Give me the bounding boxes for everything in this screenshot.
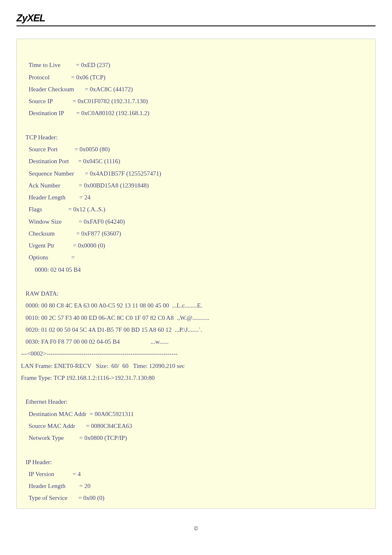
eth-src-mac: Source MAC Addr = 0080C84CEA63	[21, 423, 132, 429]
tcp-flags: Flags = 0x12 (.A..S.)	[21, 206, 105, 213]
eth-dest-mac: Destination MAC Addr = 00A0C5921311	[21, 411, 134, 417]
raw-header: RAW DATA:	[21, 290, 59, 297]
tcp-sequence: Sequence Number = 0x4AD1B57F (1255257471…	[21, 170, 161, 177]
tcp-options: Options =	[21, 254, 75, 261]
brand-logo: ZyXEL	[16, 12, 376, 24]
eth-network-type: Network Type = 0x0800 (TCP/IP)	[21, 435, 127, 441]
raw-line-1: 0010: 00 2C 57 F3 40 00 ED 06-AC 8C C0 1…	[21, 314, 209, 321]
ip2-header-length: Header Length = 20	[21, 483, 90, 489]
raw-line-3: 0030: FA F0 F8 77 00 00 02 04-05 B4 ...w…	[21, 338, 168, 345]
ip-protocol: Protocol = 0x06 (TCP)	[21, 74, 106, 81]
page: ZyXEL Time to Live = 0xED (237) Protocol…	[0, 0, 392, 540]
tcp-source-port: Source Port = 0x0050 (80)	[21, 146, 110, 153]
ip2-version: IP Version = 4	[21, 471, 81, 477]
tcp-window-size: Window Size = 0xFAF0 (64240)	[21, 218, 125, 225]
ip2-header-title: IP Header:	[21, 459, 52, 465]
copyright: ©	[16, 525, 376, 532]
separator: ---<0002>-------------------------------…	[21, 350, 178, 357]
frame-line-1: Frame Type: TCP 192.168.1.2:1116->192.31…	[21, 375, 155, 381]
tcp-dest-port: Destination Port = 0x045C (1116)	[21, 158, 120, 164]
ip-header-checksum: Header Checksum = 0xAC8C (44172)	[21, 86, 133, 92]
ip2-tos: Type of Service = 0x00 (0)	[21, 495, 104, 501]
tcp-checksum: Checksum = 0xF877 (63607)	[21, 230, 121, 237]
ip-source-ip: Source IP = 0xC01F0782 (192.31.7.130)	[21, 98, 148, 104]
raw-line-0: 0000: 00 80 C8 4C EA 63 00 A0-C5 92 13 1…	[21, 302, 203, 309]
frame-line-0: LAN Frame: ENET0-RECV Size: 60/ 60 Time:…	[21, 363, 184, 369]
tcp-header-length: Header Length = 24	[21, 194, 90, 201]
tcp-header-title: TCP Header:	[21, 134, 58, 141]
packet-dump: Time to Live = 0xED (237) Protocol = 0x0…	[16, 39, 376, 509]
tcp-ack: Ack Number = 0x00BD15A8 (12391848)	[21, 182, 149, 189]
ip-dest-ip: Destination IP = 0xC0A80102 (192.168.1.2…	[21, 110, 149, 116]
eth-header-title: Ethernet Header:	[21, 398, 67, 405]
raw-line-2: 0020: 01 02 00 50 04 5C 4A D1-B5 7F 00 B…	[21, 326, 202, 333]
tcp-options-bytes: 0000: 02 04 05 B4	[21, 266, 81, 273]
tcp-urgent-ptr: Urgent Ptr = 0x0000 (0)	[21, 242, 105, 249]
ip-ttl: Time to Live = 0xED (237)	[21, 62, 110, 68]
brand-rule	[16, 25, 376, 26]
